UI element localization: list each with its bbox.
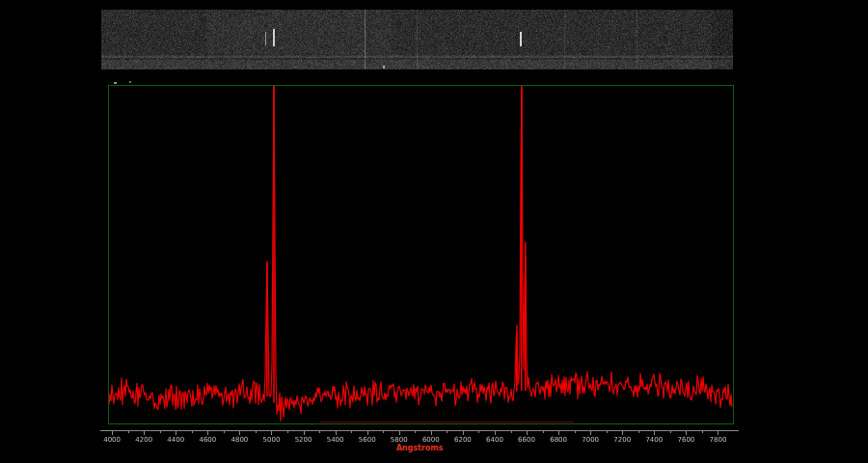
spectrum-plot-frame	[108, 85, 734, 424]
axis-tick-label: 4200	[129, 436, 158, 444]
axis-tick-label: 5400	[321, 436, 350, 444]
axis-tick-label: 4000	[97, 436, 126, 444]
axis-tick-label: 5600	[353, 436, 382, 444]
axis-tick-label: 4600	[193, 436, 222, 444]
x-axis-title: Angstroms	[381, 444, 458, 452]
axis-tick-label: 7200	[608, 436, 637, 444]
axis-tick-label: 4800	[225, 436, 254, 444]
axis-tick-label: 4400	[161, 436, 190, 444]
axis-tick-label: 5200	[289, 436, 318, 444]
axis-tick-label: 5800	[385, 436, 414, 444]
axis-tick-label: 6000	[417, 436, 446, 444]
axis-tick-label: 5000	[257, 436, 285, 444]
spectrum-viewer-window: Angstroms 400042004400460048005000520054…	[0, 0, 868, 463]
axis-tick-label: 6400	[480, 436, 509, 444]
axis-tick-label: 7600	[671, 436, 700, 444]
2d-spectrogram-image	[101, 10, 733, 69]
cursor-marker-gray	[114, 82, 117, 84]
axis-tick-label: 6200	[448, 436, 477, 444]
axis-tick-label: 6800	[544, 436, 573, 444]
cursor-marker-green	[129, 81, 131, 83]
axis-tick-label: 7000	[576, 436, 605, 444]
1d-spectrum-trace	[109, 86, 733, 423]
axis-tick-label: 7800	[703, 436, 732, 444]
axis-tick-label: 7400	[639, 436, 668, 444]
axis-tick-label: 6600	[512, 436, 541, 444]
